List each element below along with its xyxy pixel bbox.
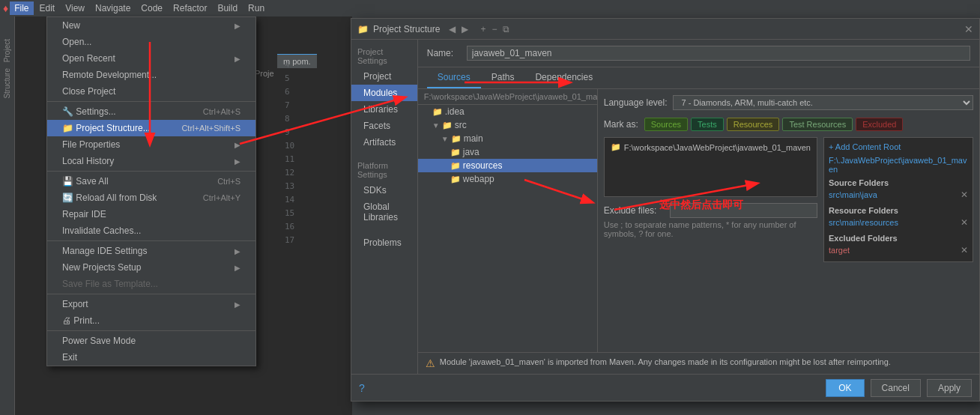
tree-node-main[interactable]: ▼ 📁 main [418, 132, 597, 145]
menu-navigate[interactable]: Navigate [91, 1, 135, 15]
mark-resources-btn[interactable]: Resources [727, 118, 780, 131]
left-item-modules[interactable]: Modules [351, 85, 417, 101]
name-field-input[interactable] [467, 46, 970, 61]
settings-gap [351, 151, 417, 160]
left-item-artifacts[interactable]: Artifacts [351, 134, 417, 151]
menu-item-new-projects-setup[interactable]: New Projects Setup ▶ [47, 259, 255, 276]
language-level-row: Language level: 7 - Diamonds, ARM, multi… [604, 95, 973, 110]
add-content-root-btn[interactable]: + Add Content Root [829, 142, 968, 151]
mark-test-resources-btn[interactable]: Test Resources [782, 118, 853, 131]
export-arrow: ▶ [235, 300, 241, 309]
left-item-sdks[interactable]: SDKs [351, 182, 417, 199]
webapp-folder-icon: 📁 [450, 175, 461, 184]
menu-item-open-recent[interactable]: Open Recent ▶ [47, 50, 255, 67]
left-item-libraries[interactable]: Libraries [351, 101, 417, 118]
mark-as-row: Mark as: Sources Tests Resources Test Re… [604, 118, 973, 131]
left-item-project[interactable]: Project [351, 68, 417, 85]
menu-refactor[interactable]: Refactor [169, 1, 211, 15]
platform-gap [351, 225, 417, 234]
open-recent-arrow: ▶ [235, 55, 241, 63]
menu-build[interactable]: Build [213, 1, 242, 15]
menu-code[interactable]: Code [136, 1, 167, 15]
menu-item-save-all[interactable]: 💾 Save All Ctrl+S [47, 173, 255, 190]
back-arrow-icon[interactable]: ◀ [449, 24, 456, 34]
ok-button[interactable]: OK [826, 379, 864, 397]
path-item-workspace[interactable]: 📁 F:\workspace\JavaWebProject\javaweb_01… [608, 141, 814, 154]
dialog-close-button[interactable]: ✕ [964, 23, 973, 35]
lang-level-select[interactable]: 7 - Diamonds, ARM, multi-catch etc. [673, 95, 973, 110]
warning-icon: ⚠ [426, 357, 435, 369]
dialog-title-text: Project Structure [373, 24, 440, 34]
menu-item-local-history[interactable]: Local History ▶ [47, 153, 255, 169]
dialog-titlebar: 📁 Project Structure ◀ ▶ + − ⧉ ✕ [351, 19, 979, 40]
menu-item-new[interactable]: New ▶ [47, 17, 255, 34]
resource-folder-remove-btn[interactable]: ✕ [961, 217, 968, 228]
pom-tab[interactable]: m pom. [277, 54, 317, 68]
menu-item-reload[interactable]: 🔄 Reload All from Disk Ctrl+Alt+Y [47, 190, 255, 206]
warning-text: Module 'javaweb_01_maven' is imported fr… [440, 357, 891, 366]
project-sidebar-label[interactable]: Project [3, 39, 11, 62]
tab-sources[interactable]: Sources [427, 67, 481, 88]
java-label: java [463, 147, 480, 157]
workspace-folder-icon: 📁 [611, 142, 621, 152]
dialog-icon: 📁 [357, 24, 369, 34]
menu-item-open[interactable]: Open... [47, 34, 255, 50]
dialog-footer: ? OK Cancel Apply [351, 374, 979, 401]
excluded-folder-remove-btn[interactable]: ✕ [961, 245, 968, 255]
menu-file[interactable]: File [10, 1, 33, 15]
tree-toolbar: F:\workspace\JavaWebProject\javaweb_01_m… [418, 89, 597, 105]
excluded-folder-path: target [829, 246, 850, 255]
tab-dependencies[interactable]: Dependencies [524, 67, 603, 88]
new-arrow: ▶ [235, 22, 241, 30]
left-item-problems[interactable]: Problems [351, 234, 417, 251]
add-content-root-panel: + Add Content Root F:\.JavaWebProject\ja… [823, 137, 973, 262]
menu-item-settings[interactable]: 🔧 Settings... Ctrl+Alt+S [47, 103, 255, 120]
name-field-label: Name: [427, 48, 461, 58]
mark-tests-btn[interactable]: Tests [691, 118, 724, 131]
menu-item-repair-ide[interactable]: Repair IDE [47, 206, 255, 222]
mark-as-label: Mark as: [604, 119, 638, 130]
resource-folder-path: src\main\resources [829, 218, 898, 227]
help-icon[interactable]: ? [359, 382, 365, 394]
menu-item-remote-dev[interactable]: Remote Development... [47, 67, 255, 83]
tab-paths[interactable]: Paths [481, 67, 525, 88]
menu-item-project-structure[interactable]: 📁 Project Structure... Ctrl+Alt+Shift+S [47, 120, 255, 136]
main-label: main [464, 133, 483, 144]
menu-view[interactable]: View [61, 1, 89, 15]
tree-node-webapp[interactable]: 📁 webapp [418, 172, 597, 186]
java-folder-icon: 📁 [450, 148, 461, 157]
mark-sources-btn[interactable]: Sources [644, 118, 688, 131]
source-folder-path: src\main\java [829, 190, 877, 199]
menu-item-invalidate[interactable]: Invalidate Caches... [47, 222, 255, 239]
left-item-facets[interactable]: Facets [351, 118, 417, 134]
forward-arrow-icon[interactable]: ▶ [462, 24, 468, 34]
menu-run[interactable]: Run [244, 1, 269, 15]
name-row: Name: [418, 40, 979, 67]
module-tree-area: F:\workspace\JavaWebProject\javaweb_01_m… [418, 89, 598, 352]
tree-node-idea[interactable]: 📁 .idea [418, 105, 597, 118]
src-label: src [455, 120, 467, 130]
source-folder-remove-btn[interactable]: ✕ [961, 190, 968, 200]
apply-button[interactable]: Apply [927, 379, 972, 397]
structure-sidebar-label[interactable]: Structure [3, 68, 11, 99]
menu-item-export[interactable]: Export ▶ [47, 296, 255, 312]
mark-excluded-btn[interactable]: Excluded [856, 118, 903, 131]
resource-folders-title: Resource Folders [829, 206, 968, 215]
toolbar-plus-icon[interactable]: + [480, 24, 486, 34]
tree-node-src[interactable]: ▼ 📁 src [418, 118, 597, 132]
menu-item-manage-settings[interactable]: Manage IDE Settings ▶ [47, 243, 255, 259]
excluded-folder-item: target ✕ [829, 245, 968, 255]
menu-item-file-properties[interactable]: File Properties ▶ [47, 136, 255, 153]
tree-node-java[interactable]: 📁 java [418, 145, 597, 159]
menu-item-print[interactable]: 🖨 Print... [47, 312, 255, 329]
menu-item-power-save[interactable]: Power Save Mode [47, 333, 255, 349]
main-folder-icon: 📁 [451, 134, 462, 144]
left-item-global-libs[interactable]: Global Libraries [351, 199, 417, 225]
cancel-button[interactable]: Cancel [871, 379, 921, 397]
menu-edit[interactable]: Edit [35, 1, 60, 15]
tree-node-resources[interactable]: 📁 resources [418, 159, 597, 172]
toolbar-minus-icon[interactable]: − [491, 24, 497, 34]
menu-item-exit[interactable]: Exit [47, 349, 255, 366]
menu-item-close-project[interactable]: Close Project [47, 83, 255, 100]
toolbar-copy-icon[interactable]: ⧉ [503, 24, 509, 34]
